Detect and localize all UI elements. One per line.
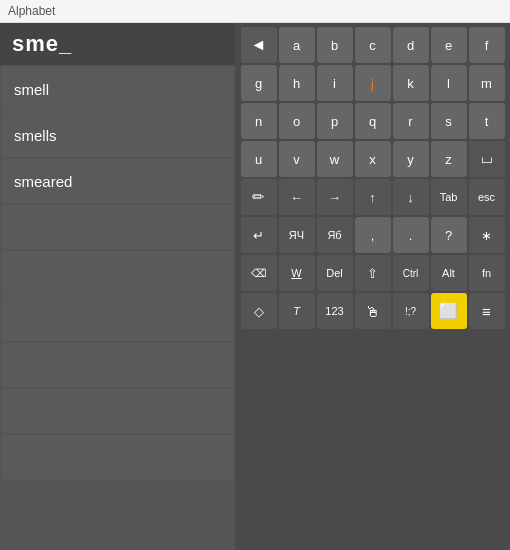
- key-mouse[interactable]: 🖱: [355, 293, 391, 329]
- key-b[interactable]: b: [317, 27, 353, 63]
- search-query: sme_: [12, 31, 72, 56]
- key-delete[interactable]: Del: [317, 255, 353, 291]
- key-row-4: u v w x y z ⌴: [239, 141, 506, 177]
- app-title: Alphabet: [8, 4, 55, 18]
- key-copy[interactable]: ⬜: [431, 293, 467, 329]
- key-z[interactable]: z: [431, 141, 467, 177]
- key-row-2: g h i j k l m: [239, 65, 506, 101]
- left-panel: sme_ smellsmellssmeared: [0, 23, 235, 550]
- key-up-arrow[interactable]: ↑: [355, 179, 391, 215]
- key-backspace[interactable]: ⌫: [241, 255, 277, 291]
- key-esc[interactable]: esc: [469, 179, 505, 215]
- key-v[interactable]: v: [279, 141, 315, 177]
- key-diamond[interactable]: ◇: [241, 293, 277, 329]
- key-c[interactable]: c: [355, 27, 391, 63]
- key-t[interactable]: t: [469, 103, 505, 139]
- main-container: sme_ smellsmellssmeared ◄ a b c d e f g …: [0, 23, 510, 550]
- key-r[interactable]: r: [393, 103, 429, 139]
- key-ctrl[interactable]: Ctrl: [393, 255, 429, 291]
- key-m[interactable]: m: [469, 65, 505, 101]
- suggestion-item-3: [2, 205, 233, 249]
- key-q[interactable]: q: [355, 103, 391, 139]
- keyboard-panel: ◄ a b c d e f g h i j k l m n o p q r s …: [235, 23, 510, 550]
- key-row-3: n o p q r s t: [239, 103, 506, 139]
- key-row-6: ↵ ЯЧ Яб , . ? ∗: [239, 217, 506, 253]
- key-shift-up[interactable]: ⇧: [355, 255, 391, 291]
- key-text-style[interactable]: T: [279, 293, 315, 329]
- key-h[interactable]: h: [279, 65, 315, 101]
- key-y[interactable]: y: [393, 141, 429, 177]
- key-cyrillic1[interactable]: ЯЧ: [279, 217, 315, 253]
- key-space[interactable]: ⌴: [469, 141, 505, 177]
- suggestion-item-1[interactable]: smells: [2, 113, 233, 157]
- key-w[interactable]: w: [317, 141, 353, 177]
- key-g[interactable]: g: [241, 65, 277, 101]
- key-d[interactable]: d: [393, 27, 429, 63]
- key-left-arrow[interactable]: ←: [279, 179, 315, 215]
- key-row-5: ✏ ← → ↑ ↓ Tab esc: [239, 179, 506, 215]
- key-period[interactable]: .: [393, 217, 429, 253]
- key-symbols[interactable]: !;?: [393, 293, 429, 329]
- suggestions-list: smellsmellssmeared: [0, 65, 235, 550]
- key-f[interactable]: f: [469, 27, 505, 63]
- key-pen[interactable]: ✏: [241, 179, 277, 215]
- key-s[interactable]: s: [431, 103, 467, 139]
- key-comma[interactable]: ,: [355, 217, 391, 253]
- key-e[interactable]: e: [431, 27, 467, 63]
- key-x[interactable]: x: [355, 141, 391, 177]
- key-fn[interactable]: fn: [469, 255, 505, 291]
- key-p[interactable]: p: [317, 103, 353, 139]
- suggestion-item-6: [2, 343, 233, 387]
- key-row-7: ⌫ W Del ⇧ Ctrl Alt fn: [239, 255, 506, 291]
- suggestion-item-8: [2, 435, 233, 479]
- key-123[interactable]: 123: [317, 293, 353, 329]
- key-cyrillic2[interactable]: Яб: [317, 217, 353, 253]
- key-i[interactable]: i: [317, 65, 353, 101]
- key-menu[interactable]: ≡: [469, 293, 505, 329]
- key-question[interactable]: ?: [431, 217, 467, 253]
- key-enter[interactable]: ↵: [241, 217, 277, 253]
- key-n[interactable]: n: [241, 103, 277, 139]
- key-asterisk[interactable]: ∗: [469, 217, 505, 253]
- suggestion-item-4: [2, 251, 233, 295]
- top-bar: Alphabet: [0, 0, 510, 23]
- key-back[interactable]: ◄: [241, 27, 277, 63]
- key-row-8: ◇ T 123 🖱 !;? ⬜ ≡: [239, 293, 506, 329]
- suggestion-item-2[interactable]: smeared: [2, 159, 233, 203]
- key-a[interactable]: a: [279, 27, 315, 63]
- search-display: sme_: [0, 23, 235, 65]
- suggestion-item-0[interactable]: smell: [2, 67, 233, 111]
- key-alt[interactable]: Alt: [431, 255, 467, 291]
- key-down-arrow[interactable]: ↓: [393, 179, 429, 215]
- suggestion-item-5: [2, 297, 233, 341]
- key-right-arrow[interactable]: →: [317, 179, 353, 215]
- key-u[interactable]: u: [241, 141, 277, 177]
- key-tab[interactable]: Tab: [431, 179, 467, 215]
- key-j[interactable]: j: [355, 65, 391, 101]
- suggestion-item-7: [2, 389, 233, 433]
- key-o[interactable]: o: [279, 103, 315, 139]
- key-row-1: ◄ a b c d e f: [239, 27, 506, 63]
- key-word[interactable]: W: [279, 255, 315, 291]
- key-l[interactable]: l: [431, 65, 467, 101]
- key-k[interactable]: k: [393, 65, 429, 101]
